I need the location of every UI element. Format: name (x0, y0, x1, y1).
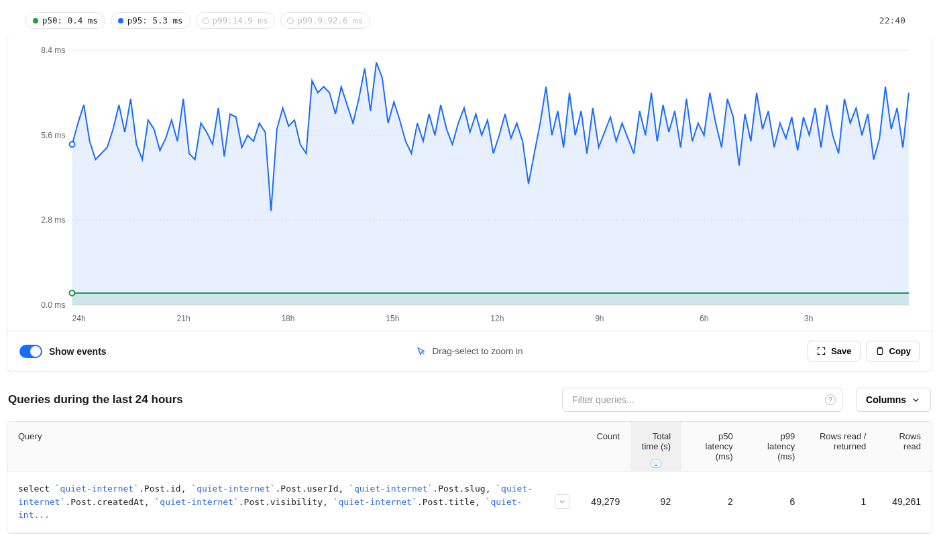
legend-p99-label: p99:14.9 ms (213, 15, 268, 25)
table-header-row: Query Count Total time (s) ⌄ p50 latency… (7, 422, 932, 471)
legend-row: p50: 0.4 ms p95: 5.3 ms p99:14.9 ms p99.… (7, 8, 932, 37)
sort-indicator-icon: ⌄ (650, 459, 662, 468)
svg-text:5.6 ms: 5.6 ms (41, 131, 65, 140)
th-p50[interactable]: p50 latency (ms) (681, 422, 744, 471)
legend-p95-label: p95: 5.3 ms (127, 15, 183, 25)
th-rows-read[interactable]: Rows read (877, 422, 932, 471)
chevron-down-icon (911, 395, 921, 405)
legend-p50[interactable]: p50: 0.4 ms (25, 12, 105, 29)
filter-wrap: ? (562, 388, 842, 412)
chart-footer: Show events Drag-select to zoom in Save … (7, 331, 932, 371)
cell-total_time: 92 (630, 471, 681, 533)
copy-button[interactable]: Copy (866, 341, 920, 361)
legend-p999[interactable]: p99.9:92.6 ms (280, 12, 370, 29)
svg-point-17 (70, 142, 75, 147)
clipboard-icon (875, 346, 885, 356)
cell-p50: 2 (681, 471, 744, 533)
dot-p999 (288, 18, 293, 23)
dot-p99 (203, 18, 209, 23)
queries-title: Queries during the last 24 hours (8, 393, 183, 406)
svg-text:18h: 18h (281, 314, 294, 323)
cursor-icon (416, 346, 427, 357)
svg-text:24h: 24h (72, 314, 86, 323)
svg-text:8.4 ms: 8.4 ms (41, 46, 65, 55)
zoom-hint: Drag-select to zoom in (416, 346, 522, 357)
th-p99[interactable]: p99 latency (ms) (744, 422, 806, 471)
svg-text:9h: 9h (595, 314, 604, 323)
show-events-label: Show events (49, 346, 107, 357)
svg-rect-18 (877, 348, 883, 354)
svg-text:12h: 12h (490, 314, 504, 323)
svg-text:21h: 21h (176, 314, 190, 323)
th-query[interactable]: Query (7, 422, 580, 471)
dot-p95 (118, 18, 123, 23)
svg-text:2.8 ms: 2.8 ms (41, 215, 65, 225)
legend-p50-label: p50: 0.4 ms (42, 15, 98, 25)
th-rows-ratio[interactable]: Rows read / returned (806, 422, 877, 471)
svg-text:6h: 6h (700, 314, 708, 323)
time-label: 22:40 (879, 15, 914, 25)
show-events-toggle[interactable] (19, 345, 42, 358)
cell-p99: 6 (744, 471, 806, 533)
cell-rows_read: 49,261 (877, 471, 932, 533)
legend-p99[interactable]: p99:14.9 ms (196, 12, 276, 29)
save-button[interactable]: Save (808, 341, 860, 361)
filter-queries-input[interactable] (562, 388, 842, 412)
latency-chart[interactable]: 0.0 ms2.8 ms5.6 ms8.4 ms24h21h18h15h12h9… (23, 45, 916, 327)
legend-p999-label: p99.9:92.6 ms (297, 15, 363, 25)
dot-p50 (33, 18, 38, 23)
cell-rows_ratio: 1 (806, 471, 877, 533)
query-sql: select `quiet-internet`.Post.id, `quiet-… (18, 482, 548, 522)
th-count[interactable]: Count (580, 422, 630, 471)
queries-header: Queries during the last 24 hours ? Colum… (7, 388, 932, 421)
cell-count: 49,279 (580, 471, 630, 533)
chart-area[interactable]: 0.0 ms2.8 ms5.6 ms8.4 ms24h21h18h15h12h9… (7, 37, 932, 331)
legend-p95[interactable]: p95: 5.3 ms (111, 12, 190, 29)
latency-chart-card: 0.0 ms2.8 ms5.6 ms8.4 ms24h21h18h15h12h9… (7, 37, 932, 372)
queries-table: Query Count Total time (s) ⌄ p50 latency… (7, 421, 932, 534)
svg-text:3h: 3h (804, 314, 813, 323)
th-total-time[interactable]: Total time (s) ⌄ (630, 422, 681, 471)
table-row[interactable]: select `quiet-internet`.Post.id, `quiet-… (7, 471, 932, 533)
columns-button[interactable]: Columns (856, 388, 931, 412)
svg-text:15h: 15h (386, 314, 399, 323)
expand-row-button[interactable] (555, 494, 569, 509)
fullscreen-icon (816, 346, 826, 356)
help-icon[interactable]: ? (825, 394, 836, 405)
svg-text:0.0 ms: 0.0 ms (41, 300, 65, 310)
